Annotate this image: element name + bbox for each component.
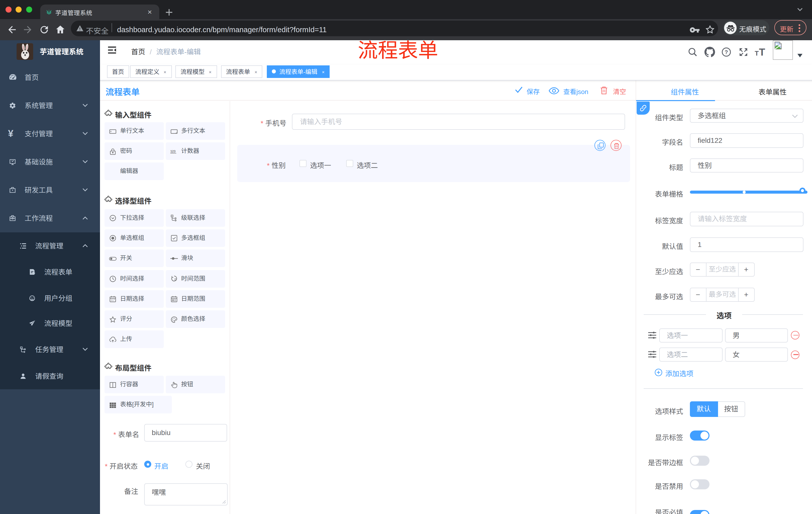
svg-text:?: ? [725, 49, 728, 55]
svg-text:T: T [759, 47, 765, 57]
svg-text:T: T [755, 50, 759, 57]
svg-text:123: 123 [170, 150, 175, 153]
